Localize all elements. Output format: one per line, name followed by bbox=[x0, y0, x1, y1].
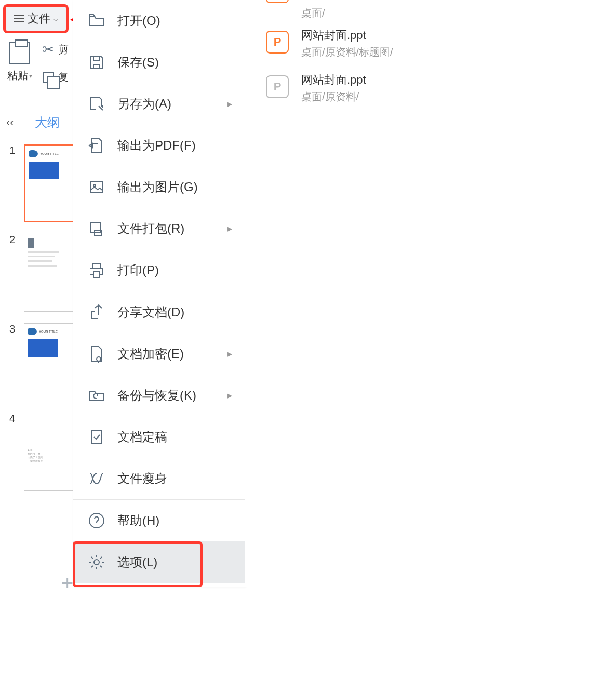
svg-rect-0 bbox=[90, 182, 103, 192]
paste-button[interactable]: 粘贴▾ bbox=[7, 42, 32, 83]
file-menu-button[interactable]: 文件 ⌵ bbox=[3, 4, 69, 33]
copy-icon bbox=[43, 72, 54, 83]
recent-file-title: 网站封面.ppt bbox=[301, 28, 393, 43]
svg-point-4 bbox=[97, 357, 101, 361]
recent-file-path: 桌面/原资料/标题图/ bbox=[301, 45, 393, 59]
pdf-icon bbox=[87, 136, 106, 155]
image-icon bbox=[87, 178, 106, 196]
svg-point-6 bbox=[89, 513, 104, 528]
gear-icon bbox=[87, 553, 106, 572]
folder-open-icon bbox=[87, 11, 106, 30]
add-slide-button[interactable]: + bbox=[61, 572, 73, 595]
compress-icon bbox=[87, 469, 106, 488]
svg-point-1 bbox=[93, 184, 96, 187]
menu-save-as[interactable]: 另存为(A) bbox=[73, 83, 245, 125]
save-as-icon bbox=[87, 95, 106, 113]
cut-label: 剪 bbox=[58, 43, 69, 57]
menu-share[interactable]: 分享文档(D) bbox=[73, 291, 245, 333]
svg-rect-5 bbox=[91, 431, 102, 443]
menu-backup[interactable]: 备份与恢复(K) bbox=[73, 375, 245, 416]
help-icon bbox=[87, 511, 106, 530]
file-button-label: 文件 bbox=[28, 11, 50, 26]
outline-header: ‹‹ 大纲 bbox=[6, 114, 60, 131]
slide-thumbnail-2[interactable]: 2 bbox=[9, 234, 76, 312]
hamburger-icon bbox=[14, 15, 24, 22]
restore-icon bbox=[87, 386, 106, 405]
menu-print[interactable]: 打印(P) bbox=[73, 249, 245, 291]
printer-icon bbox=[87, 261, 106, 280]
slide-thumbnail-3[interactable]: 3 YOUR TITLE bbox=[9, 323, 76, 401]
lock-icon bbox=[87, 344, 106, 363]
paste-label: 粘贴 bbox=[7, 69, 28, 83]
check-doc-icon bbox=[87, 428, 106, 446]
copy-button[interactable]: 复 bbox=[43, 70, 69, 84]
recent-file-item[interactable]: 桌面/ bbox=[245, 0, 609, 21]
menu-save[interactable]: 保存(S) bbox=[73, 42, 245, 83]
menu-open[interactable]: 打开(O) bbox=[73, 0, 245, 42]
recent-file-item[interactable]: P 网站封面.ppt 桌面/原资料/标题图/ bbox=[245, 21, 609, 65]
recent-file-path: 桌面/原资料/ bbox=[301, 90, 366, 104]
file-dropdown-menu: 打开(O) 保存(S) 另存为(A) 输出为PDF(F) 输出为图片(G) 文件… bbox=[73, 0, 245, 587]
menu-export-image[interactable]: 输出为图片(G) bbox=[73, 166, 245, 208]
menu-encrypt[interactable]: 文档加密(E) bbox=[73, 333, 245, 375]
scissors-icon: ✂ bbox=[43, 42, 54, 58]
menu-package[interactable]: 文件打包(R) bbox=[73, 208, 245, 249]
slide-panel: 1 YOUR TITLE 2 3 YOUR TITLE 4 1.xx 在PPT一… bbox=[9, 144, 76, 491]
svg-point-7 bbox=[94, 560, 99, 565]
menu-slim[interactable]: 文件瘦身 bbox=[73, 458, 245, 499]
cut-button[interactable]: ✂ 剪 bbox=[43, 42, 69, 58]
menu-help[interactable]: 帮助(H) bbox=[73, 500, 245, 541]
recent-file-title: 网站封面.ppt bbox=[301, 72, 366, 88]
slide-thumbnail-1[interactable]: 1 YOUR TITLE bbox=[9, 144, 76, 222]
menu-options[interactable]: 选项(L) bbox=[73, 541, 245, 583]
outline-tab[interactable]: 大纲 bbox=[35, 114, 60, 131]
menu-export-pdf[interactable]: 输出为PDF(F) bbox=[73, 125, 245, 166]
share-icon bbox=[87, 303, 106, 322]
home-toolbar: 粘贴▾ ✂ 剪 复 bbox=[7, 42, 69, 84]
recent-files-panel: 桌面/ P 网站封面.ppt 桌面/原资料/标题图/ P 网站封面.ppt 桌面… bbox=[245, 0, 609, 587]
menu-finalize[interactable]: 文档定稿 bbox=[73, 416, 245, 458]
package-icon bbox=[87, 219, 106, 238]
recent-file-path: 桌面/ bbox=[301, 6, 325, 20]
recent-file-item[interactable]: P 网站封面.ppt 桌面/原资料/ bbox=[245, 65, 609, 110]
collapse-icon[interactable]: ‹‹ bbox=[6, 116, 14, 129]
clipboard-icon bbox=[9, 42, 30, 64]
slide-thumbnail-4[interactable]: 4 1.xx 在PPT一页一太慢了！使用一键给所有的 bbox=[9, 413, 76, 491]
save-icon bbox=[87, 53, 106, 72]
chevron-down-icon: ⌵ bbox=[53, 15, 58, 23]
